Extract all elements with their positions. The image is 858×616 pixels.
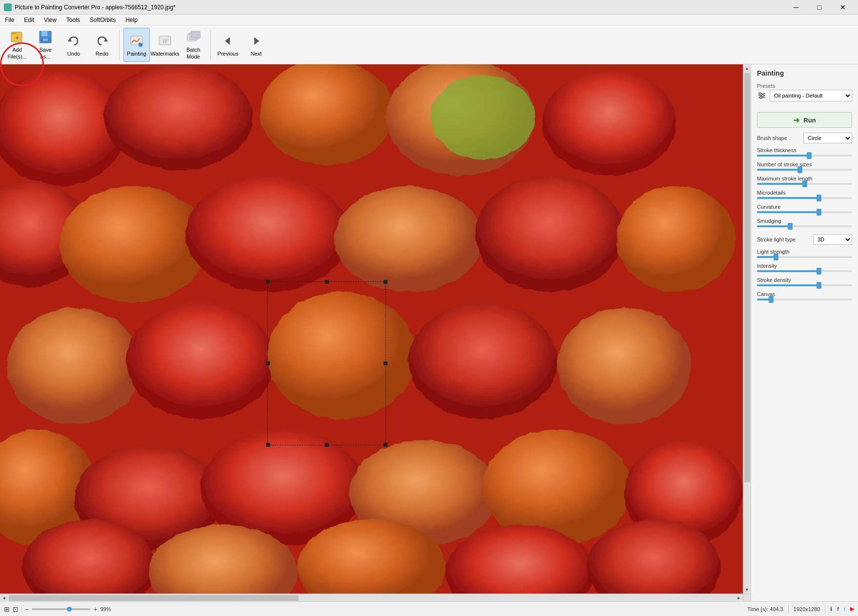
scroll-thumb-horizontal[interactable] (9, 595, 299, 601)
stroke-density-thumb[interactable] (817, 282, 821, 289)
next-button[interactable]: Next (243, 28, 269, 62)
stroke-sizes-thumb[interactable] (797, 166, 802, 173)
svg-point-35 (557, 308, 691, 424)
microdetails-thumb[interactable] (817, 195, 821, 201)
stroke-sizes-row: Number of stroke sizes (751, 161, 858, 171)
add-files-button[interactable]: + Add File(s)... (4, 28, 30, 62)
intensity-track[interactable] (757, 270, 852, 272)
svg-point-31 (7, 308, 141, 424)
intensity-label: Intensity (757, 263, 852, 269)
stroke-density-track[interactable] (757, 284, 852, 286)
stroke-light-label: Stroke light type (757, 237, 796, 242)
svg-rect-4 (41, 31, 47, 36)
save-as-button[interactable]: Save as... (32, 28, 59, 62)
svg-marker-18 (254, 37, 259, 45)
redo-button[interactable]: Redo (89, 28, 115, 62)
svg-rect-16 (191, 31, 200, 38)
presets-dropdown[interactable]: Oil painting - Default (770, 90, 852, 101)
time-label: Time (s): 404.3 (747, 606, 783, 612)
scrollbar-horizontal-container: ◄ ► (0, 594, 751, 601)
smudging-track[interactable] (757, 225, 852, 227)
scroll-up-button[interactable]: ▲ (743, 64, 751, 72)
menu-help[interactable]: Help (121, 15, 143, 25)
canvas-image (0, 64, 743, 594)
menu-file[interactable]: File (0, 15, 19, 25)
close-button[interactable]: ✕ (832, 0, 854, 15)
zoom-thumb[interactable] (67, 607, 72, 612)
intensity-fill (757, 270, 819, 272)
add-files-icon: + (9, 29, 25, 45)
redo-icon (94, 33, 110, 49)
minimize-button[interactable]: ─ (785, 0, 807, 15)
undo-button[interactable]: Undo (61, 28, 87, 62)
watermarks-icon: W (157, 33, 173, 49)
curvature-row: Curvature (751, 204, 858, 213)
scroll-thumb-vertical[interactable] (744, 73, 750, 482)
painting-button[interactable]: Painting (123, 28, 150, 62)
zoom-out-button[interactable]: − (25, 605, 29, 613)
max-stroke-track[interactable] (757, 183, 852, 185)
canvas-thumb[interactable] (769, 296, 774, 303)
light-strength-track[interactable] (757, 256, 852, 258)
scroll-left-button[interactable]: ◄ (0, 594, 8, 602)
svg-point-33 (267, 292, 416, 419)
svg-point-27 (186, 176, 349, 292)
menu-view[interactable]: View (39, 15, 61, 25)
batch-mode-label: Batch Mode (186, 47, 200, 60)
svg-point-53 (762, 95, 764, 97)
canvas-track[interactable] (757, 298, 852, 300)
svg-point-32 (126, 302, 275, 419)
microdetails-fill (757, 197, 819, 199)
run-arrow-icon: ➜ (793, 116, 799, 125)
microdetails-row: Microdetails (751, 190, 858, 199)
menu-tools[interactable]: Tools (61, 15, 85, 25)
view-fit-icon[interactable]: ⊞ (4, 605, 10, 613)
menu-edit[interactable]: Edit (19, 15, 39, 25)
scrollbar-vertical[interactable]: ▲ ▼ (743, 64, 751, 594)
smudging-fill (757, 225, 790, 227)
svg-point-34 (409, 302, 557, 419)
light-strength-thumb[interactable] (774, 254, 778, 260)
presets-settings-icon[interactable] (757, 91, 767, 100)
zoom-slider[interactable] (32, 608, 90, 610)
batch-mode-button[interactable]: Batch Mode (180, 28, 206, 62)
smudging-thumb[interactable] (788, 223, 793, 230)
run-button[interactable]: ➜ Run (757, 112, 852, 128)
microdetails-track[interactable] (757, 197, 852, 199)
brush-shape-label: Brush shape (757, 135, 787, 141)
stroke-thickness-track[interactable] (757, 155, 852, 157)
facebook-icon[interactable]: f (837, 606, 839, 612)
stroke-sizes-track[interactable] (757, 169, 852, 171)
twitter-icon[interactable]: t (844, 606, 845, 612)
brush-shape-dropdown[interactable]: Circle Square Diamond (803, 133, 852, 143)
curvature-thumb[interactable] (817, 209, 821, 216)
view-actual-icon[interactable]: ⊡ (13, 605, 19, 613)
scroll-right-button[interactable]: ► (735, 594, 743, 602)
svg-marker-17 (225, 37, 230, 45)
smudging-label: Smudging (757, 218, 852, 224)
intensity-thumb[interactable] (817, 268, 821, 275)
stroke-thickness-fill (757, 155, 809, 157)
painting-icon (129, 33, 144, 49)
undo-label: Undo (67, 51, 80, 57)
toolbar-separator-1 (119, 30, 120, 60)
maximize-button[interactable]: □ (808, 0, 831, 15)
canvas-view[interactable] (0, 64, 743, 594)
max-stroke-thumb[interactable] (802, 180, 807, 187)
svg-point-30 (616, 186, 735, 292)
svg-point-54 (760, 97, 762, 99)
watermarks-button[interactable]: W Watermarks (152, 28, 178, 62)
scroll-down-button[interactable]: ▼ (743, 586, 751, 594)
youtube-icon[interactable]: ▶ (850, 606, 854, 612)
zoom-in-button[interactable]: + (93, 605, 97, 613)
stroke-density-label: Stroke density (757, 277, 852, 283)
right-panel: Painting Presets (751, 64, 858, 601)
stroke-thickness-thumb[interactable] (807, 152, 812, 159)
info-icon[interactable]: ℹ (830, 606, 832, 612)
smudging-row: Smudging (751, 218, 858, 227)
curvature-track[interactable] (757, 211, 852, 213)
painting-label: Painting (127, 51, 146, 57)
previous-button[interactable]: Previous (215, 28, 241, 62)
stroke-light-dropdown[interactable]: 3D 2D None (813, 234, 852, 245)
menu-softorbits[interactable]: SoftOrbits (85, 15, 121, 25)
